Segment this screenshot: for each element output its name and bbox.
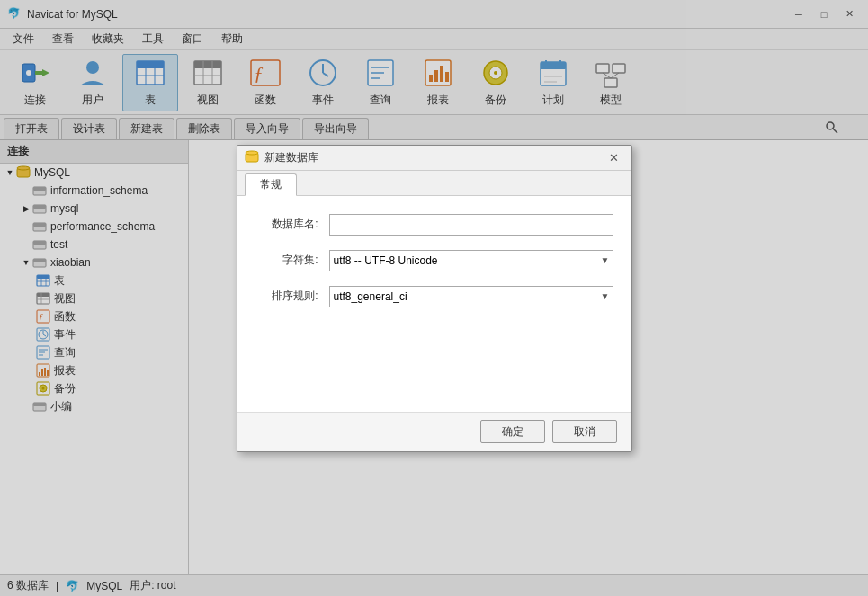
dialog-icon	[245, 150, 259, 165]
dialog-tab-general[interactable]: 常规	[245, 173, 297, 196]
charset-select-wrapper: utf8 -- UTF-8 Unicode ▼	[329, 250, 613, 271]
collation-select-wrapper: utf8_general_ci ▼	[329, 286, 613, 307]
new-database-dialog: 新建数据库 ✕ 常规 数据库名: 字符集: utf8 -- UTF-8 Unic…	[237, 145, 632, 452]
dialog-title-text: 新建数据库	[264, 150, 604, 165]
dialog-body: 数据库名: 字符集: utf8 -- UTF-8 Unicode ▼ 排序规则:…	[237, 196, 631, 412]
modal-overlay: 新建数据库 ✕ 常规 数据库名: 字符集: utf8 -- UTF-8 Unic…	[0, 0, 868, 596]
form-row-collation: 排序规则: utf8_general_ci ▼	[255, 286, 613, 307]
form-row-charset: 字符集: utf8 -- UTF-8 Unicode ▼	[255, 250, 613, 271]
form-row-dbname: 数据库名:	[255, 214, 613, 236]
svg-point-87	[246, 151, 258, 155]
dialog-cancel-button[interactable]: 取消	[552, 420, 617, 443]
form-select-charset[interactable]: utf8 -- UTF-8 Unicode	[329, 250, 613, 271]
dialog-footer: 确定 取消	[237, 412, 631, 451]
dialog-tab-bar: 常规	[237, 171, 631, 196]
form-label-collation: 排序规则:	[255, 289, 318, 304]
form-select-collation[interactable]: utf8_general_ci	[329, 286, 613, 307]
dialog-close-button[interactable]: ✕	[604, 149, 624, 165]
dialog-ok-button[interactable]: 确定	[480, 420, 545, 443]
dialog-title-bar: 新建数据库 ✕	[237, 146, 631, 171]
form-label-dbname: 数据库名:	[255, 217, 318, 232]
form-input-dbname[interactable]	[329, 214, 613, 236]
form-label-charset: 字符集:	[255, 253, 318, 268]
